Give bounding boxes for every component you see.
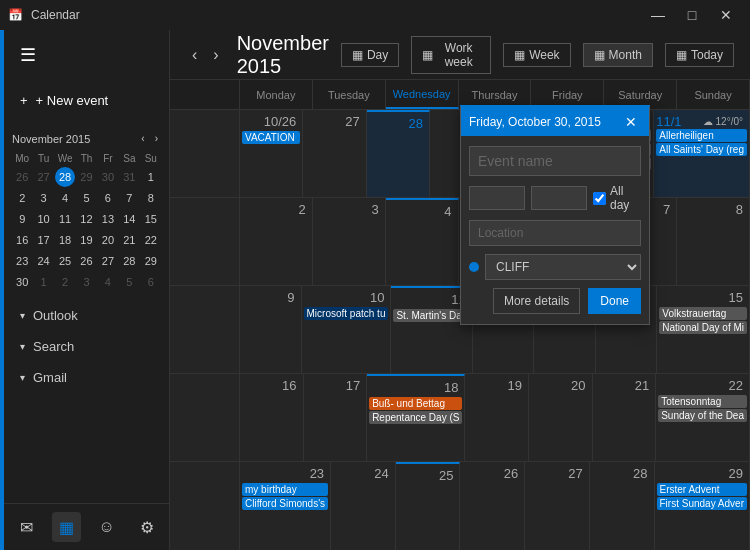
done-button[interactable]: Done: [588, 288, 641, 314]
mini-cal-day[interactable]: 29: [141, 251, 161, 271]
time-end-input[interactable]: 00:00: [531, 186, 587, 210]
calendar-select[interactable]: CLIFF Outlook Gmail: [485, 254, 641, 280]
cal-day-cell[interactable]: 23 my birthday Clifford Simonds's: [240, 462, 331, 550]
mini-cal-day[interactable]: 3: [34, 188, 54, 208]
mini-cal-day[interactable]: 21: [119, 230, 139, 250]
cal-day-cell[interactable]: 2: [240, 198, 313, 285]
calendar-event[interactable]: St. Martin's Day: [393, 309, 469, 322]
calendar-event[interactable]: Buß- und Bettag: [369, 397, 462, 410]
new-event-button[interactable]: + + New event: [4, 80, 169, 120]
calendar-event[interactable]: First Sunday Adver: [657, 497, 747, 510]
cal-day-cell[interactable]: 17: [304, 374, 368, 461]
mini-cal-day[interactable]: 30: [98, 167, 118, 187]
mini-cal-day[interactable]: 6: [98, 188, 118, 208]
popup-close-button[interactable]: ✕: [621, 114, 641, 130]
mail-icon[interactable]: ✉: [12, 512, 40, 542]
cal-day-cell[interactable]: 20: [529, 374, 593, 461]
mini-cal-day[interactable]: 14: [119, 209, 139, 229]
mini-cal-day[interactable]: 31: [119, 167, 139, 187]
mini-cal-day[interactable]: 5: [119, 272, 139, 292]
cal-day-cell-wednesday[interactable]: 28: [367, 110, 430, 197]
mini-cal-day[interactable]: 1: [141, 167, 161, 187]
mini-cal-next-button[interactable]: ›: [152, 132, 161, 145]
mini-cal-day[interactable]: 4: [55, 188, 75, 208]
cal-day-cell[interactable]: 4: [386, 198, 459, 285]
sidebar-section-outlook[interactable]: ▾ Outlook: [4, 300, 169, 331]
mini-cal-day[interactable]: 1: [34, 272, 54, 292]
close-button[interactable]: ✕: [710, 5, 742, 25]
view-week-button[interactable]: ▦ Week: [503, 43, 570, 67]
mini-cal-day[interactable]: 18: [55, 230, 75, 250]
cal-day-cell[interactable]: 11/1 ☁ 12°/0° Allerheiligen All Saints' …: [654, 110, 750, 197]
mini-cal-day[interactable]: 17: [34, 230, 54, 250]
calendar-event[interactable]: Sunday of the Dea: [658, 409, 747, 422]
cal-day-cell[interactable]: 22 Totensonntag Sunday of the Dea: [656, 374, 750, 461]
calendar-event[interactable]: Allerheiligen: [656, 129, 747, 142]
mini-cal-day[interactable]: 9: [12, 209, 32, 229]
cal-day-cell[interactable]: 18 Buß- und Bettag Repentance Day (S: [367, 374, 465, 461]
calendar-event[interactable]: Volkstrauertag: [659, 307, 747, 320]
cal-next-button[interactable]: ›: [207, 44, 224, 66]
mini-cal-day[interactable]: 7: [119, 188, 139, 208]
cal-day-cell[interactable]: 21: [593, 374, 657, 461]
cal-day-cell[interactable]: 28: [590, 462, 655, 550]
minimize-button[interactable]: —: [642, 5, 674, 25]
calendar-event[interactable]: National Day of Mi: [659, 321, 747, 334]
sidebar-section-search[interactable]: ▾ Search: [4, 331, 169, 362]
allday-label[interactable]: All day: [593, 184, 641, 212]
calendar-event[interactable]: Repentance Day (S: [369, 411, 462, 424]
more-details-button[interactable]: More details: [493, 288, 580, 314]
mini-cal-day[interactable]: 2: [55, 272, 75, 292]
calendar-nav-icon[interactable]: ▦: [52, 512, 80, 542]
mini-cal-day[interactable]: 4: [98, 272, 118, 292]
mini-cal-day[interactable]: 23: [12, 251, 32, 271]
mini-cal-day[interactable]: 8: [141, 188, 161, 208]
mini-cal-day[interactable]: 19: [76, 230, 96, 250]
cal-day-cell[interactable]: 29 Erster Advent First Sunday Adver: [655, 462, 750, 550]
cal-day-cell[interactable]: 25: [396, 462, 461, 550]
mini-cal-day[interactable]: 12: [76, 209, 96, 229]
cal-day-cell[interactable]: 16: [240, 374, 304, 461]
mini-cal-day[interactable]: 26: [76, 251, 96, 271]
hamburger-icon[interactable]: ☰: [20, 44, 36, 66]
cal-day-cell[interactable]: 24: [331, 462, 396, 550]
mini-cal-day[interactable]: 2: [12, 188, 32, 208]
cal-prev-button[interactable]: ‹: [186, 44, 203, 66]
mini-cal-day[interactable]: 27: [34, 167, 54, 187]
mini-cal-day-selected[interactable]: 28: [55, 167, 75, 187]
cal-day-cell[interactable]: 26: [460, 462, 525, 550]
mini-cal-day[interactable]: 22: [141, 230, 161, 250]
mini-cal-day[interactable]: 10: [34, 209, 54, 229]
mini-cal-day[interactable]: 29: [76, 167, 96, 187]
mini-cal-day[interactable]: 30: [12, 272, 32, 292]
calendar-event[interactable]: my birthday: [242, 483, 328, 496]
mini-cal-day[interactable]: 6: [141, 272, 161, 292]
mini-cal-day[interactable]: 5: [76, 188, 96, 208]
calendar-event[interactable]: Microsoft patch tu: [304, 307, 389, 320]
cal-day-cell[interactable]: 8: [677, 198, 750, 285]
time-start-input[interactable]: 00:00: [469, 186, 525, 210]
allday-checkbox[interactable]: [593, 192, 606, 205]
mini-cal-day[interactable]: 11: [55, 209, 75, 229]
people-icon[interactable]: ☺: [93, 512, 121, 542]
view-workweek-button[interactable]: ▦ Work week: [411, 36, 491, 74]
mini-cal-prev-button[interactable]: ‹: [138, 132, 147, 145]
location-input[interactable]: [469, 220, 641, 246]
mini-cal-day[interactable]: 15: [141, 209, 161, 229]
sidebar-section-gmail[interactable]: ▾ Gmail: [4, 362, 169, 393]
mini-cal-day[interactable]: 25: [55, 251, 75, 271]
view-today-button[interactable]: ▦ Today: [665, 43, 734, 67]
cal-day-cell[interactable]: 15 Volkstrauertag National Day of Mi: [657, 286, 750, 373]
mini-cal-day[interactable]: 13: [98, 209, 118, 229]
view-month-button[interactable]: ▦ Month: [583, 43, 653, 67]
mini-cal-day[interactable]: 3: [76, 272, 96, 292]
calendar-event[interactable]: Erster Advent: [657, 483, 747, 496]
maximize-button[interactable]: □: [676, 5, 708, 25]
calendar-event[interactable]: Totensonntag: [658, 395, 747, 408]
calendar-event[interactable]: Clifford Simonds's: [242, 497, 328, 510]
cal-day-cell[interactable]: 19: [465, 374, 529, 461]
cal-day-cell[interactable]: 10 Microsoft patch tu: [302, 286, 392, 373]
mini-cal-day[interactable]: 26: [12, 167, 32, 187]
mini-cal-day[interactable]: 24: [34, 251, 54, 271]
cal-day-cell[interactable]: 27: [303, 110, 366, 197]
